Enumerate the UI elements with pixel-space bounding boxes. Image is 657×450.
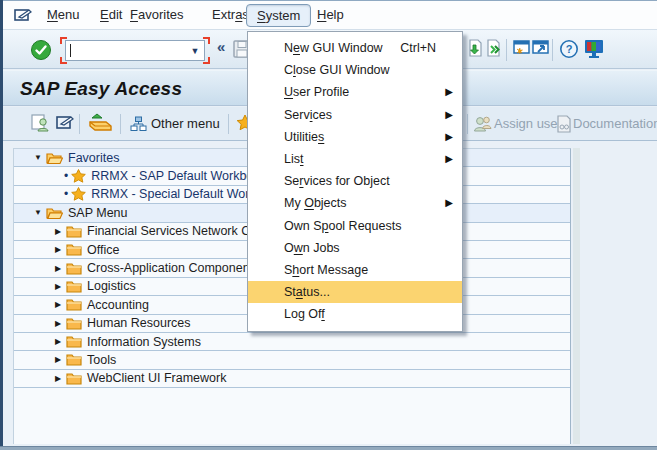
menu-item-label: Own Jobs: [284, 241, 340, 255]
menubar-item-system[interactable]: System: [246, 4, 311, 27]
menu-item-own-jobs[interactable]: Own Jobs: [248, 237, 462, 259]
menubar-item-menu[interactable]: Menu: [43, 1, 84, 29]
menu-item-label: User Profile: [284, 85, 349, 99]
triangle-right-icon[interactable]: ▶: [53, 227, 63, 236]
window-frame-bottom: [0, 446, 657, 450]
tree-item-label: Human Resources: [87, 316, 191, 330]
tree-item-label: Logistics: [87, 279, 136, 293]
menu-item-services[interactable]: Services▶: [248, 104, 462, 126]
menu-item-services-for-object[interactable]: Services for Object: [248, 170, 462, 192]
tree-item[interactable]: ▶WebClient UI Framework: [14, 370, 570, 388]
submenu-arrow-icon: ▶: [445, 197, 453, 208]
tree-item-label: RRMX - SAP Default Workbook: [91, 169, 266, 183]
folder-icon: [66, 335, 82, 348]
documentation-button[interactable]: Documentation: [556, 107, 657, 141]
menu-item-close-gui-window[interactable]: Close GUI Window: [248, 59, 462, 81]
next-page-button[interactable]: [467, 39, 484, 59]
star-icon: [71, 187, 86, 201]
tree-item-label: WebClient UI Framework: [87, 371, 226, 385]
enter-button[interactable]: [30, 39, 52, 61]
customize-layout-button[interactable]: [583, 39, 605, 59]
triangle-right-icon[interactable]: ▶: [53, 245, 63, 254]
menu-item-list[interactable]: List▶: [248, 148, 462, 170]
triangle-right-icon[interactable]: ▶: [53, 319, 63, 328]
bullet-icon: •: [64, 187, 68, 201]
menu-item-status[interactable]: Status...: [248, 281, 462, 303]
other-menu-button[interactable]: Other menu: [151, 107, 220, 141]
open-folder-icon: [46, 206, 63, 220]
submenu-arrow-icon: ▶: [445, 153, 453, 164]
menu-item-label: New GUI Window: [284, 41, 383, 55]
last-page-button[interactable]: [485, 39, 502, 59]
create-shortcut-button[interactable]: [531, 39, 550, 57]
menu-item-new-gui-window[interactable]: New GUI WindowCtrl+N: [248, 37, 462, 59]
menu-item-label: Status...: [284, 285, 330, 299]
tree-item-label: Financial Services Network Conn: [87, 224, 271, 238]
triangle-right-icon[interactable]: ▶: [53, 264, 63, 273]
menubar-item-edit[interactable]: Edit: [96, 1, 126, 29]
new-session-button[interactable]: [512, 39, 531, 57]
command-box-edit-icon[interactable]: [14, 8, 32, 22]
user-menu-button[interactable]: [31, 114, 50, 132]
business-workplace-button[interactable]: [88, 112, 114, 132]
help-button[interactable]: ?: [559, 39, 579, 59]
menu-item-my-objects[interactable]: My Objects▶: [248, 192, 462, 214]
combobox-dropdown-icon[interactable]: ▼: [186, 41, 204, 60]
triangle-right-icon[interactable]: ▶: [53, 337, 63, 346]
tree-item-label: Tools: [87, 353, 116, 367]
menu-item-label: Log Off: [284, 307, 325, 321]
tree-item-label: Office: [87, 243, 119, 257]
folder-icon: [66, 317, 82, 330]
folder-icon: [66, 353, 82, 366]
toolbar-separator: [552, 39, 553, 61]
menu-item-label: Close GUI Window: [284, 63, 390, 77]
triangle-down-icon[interactable]: ▼: [33, 153, 43, 162]
tree-item-label: Favorites: [68, 151, 119, 165]
menu-bar: MenuEditFavoritesExtrasSystemHelp: [3, 1, 657, 30]
toolbar-separator: [120, 114, 121, 134]
documentation-label: Documentation: [573, 107, 657, 141]
menubar-item-help[interactable]: Help: [313, 1, 348, 29]
other-menu-icon[interactable]: [130, 116, 147, 132]
menubar-item-favorites[interactable]: Favorites: [126, 1, 187, 29]
menu-item-short-message[interactable]: Short Message: [248, 259, 462, 281]
text-caret: [70, 44, 71, 57]
triangle-right-icon[interactable]: ▶: [53, 355, 63, 364]
star-icon: [71, 169, 86, 183]
folder-icon: [66, 262, 82, 275]
menu-shortcut: Ctrl+N: [400, 41, 436, 55]
tree-item-label: Cross-Application Components: [87, 261, 259, 275]
submenu-arrow-icon: ▶: [445, 131, 453, 142]
menu-item-label: Own Spool Requests: [284, 219, 401, 233]
system-menu: New GUI WindowCtrl+NClose GUI WindowUser…: [247, 31, 463, 332]
tree-item[interactable]: ▶Information Systems: [14, 333, 570, 351]
command-field[interactable]: ▼: [65, 40, 205, 61]
toolbar-separator: [79, 114, 80, 134]
assign-users-icon: [473, 115, 492, 132]
triangle-down-icon[interactable]: ▼: [33, 208, 43, 217]
triangle-right-icon[interactable]: ▶: [53, 282, 63, 291]
folder-icon: [66, 243, 82, 256]
tree-item-label: Accounting: [87, 298, 149, 312]
menu-item-label: My Objects: [284, 196, 347, 210]
triangle-right-icon[interactable]: ▶: [53, 300, 63, 309]
tree-scrollbar[interactable]: [573, 148, 580, 444]
folder-icon: [66, 225, 82, 238]
sap-menu-button[interactable]: [56, 114, 74, 130]
menu-item-label: Services: [284, 108, 332, 122]
toolbar-separator: [467, 114, 468, 134]
bullet-icon: •: [64, 169, 68, 183]
triangle-right-icon[interactable]: ▶: [53, 374, 63, 383]
menu-item-log-off[interactable]: Log Off: [248, 303, 462, 325]
menu-item-label: List: [284, 152, 303, 166]
menu-item-utilities[interactable]: Utilities▶: [248, 126, 462, 148]
folder-icon: [66, 372, 82, 385]
menu-item-own-spool-requests[interactable]: Own Spool Requests: [248, 215, 462, 237]
documentation-icon: [556, 115, 572, 133]
menu-item-label: Services for Object: [284, 174, 390, 188]
svg-text:?: ?: [566, 43, 573, 55]
collapse-command-field-icon[interactable]: «: [217, 38, 225, 55]
menu-item-user-profile[interactable]: User Profile▶: [248, 81, 462, 103]
tree-item[interactable]: ▶Tools: [14, 351, 570, 369]
toolbar-separator: [506, 39, 507, 61]
